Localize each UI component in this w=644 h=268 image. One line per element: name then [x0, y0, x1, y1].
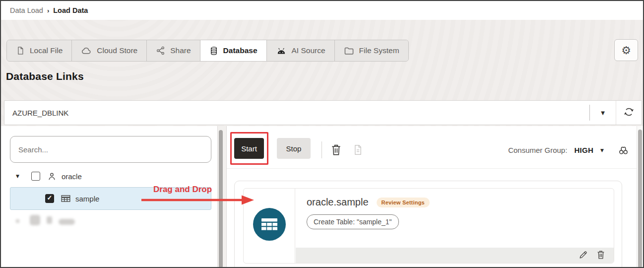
- create-table-chip: Create Table: "sample_1": [307, 214, 399, 229]
- chevron-down-icon[interactable]: ▼: [590, 110, 616, 116]
- trash-icon: [330, 143, 342, 157]
- tab-label: Share: [170, 46, 191, 55]
- tab-label: Database: [223, 46, 258, 55]
- toolbar-separator: [227, 168, 637, 169]
- dblink-selected-value: AZURE_DBLINK: [4, 109, 589, 117]
- tree-expand-caret-icon[interactable]: ▼: [16, 174, 19, 179]
- tab-cloud-store[interactable]: Cloud Store: [71, 40, 146, 61]
- database-icon: [209, 46, 218, 56]
- cloud-icon: [81, 46, 92, 55]
- trash-icon: [596, 250, 605, 261]
- share-icon: [156, 46, 165, 56]
- left-scrollbar-thumb[interactable]: [219, 130, 223, 268]
- tab-label: Cloud Store: [97, 46, 137, 55]
- job-icon-cell: [244, 189, 295, 263]
- tab-local-file[interactable]: Local File: [7, 40, 71, 61]
- table-name: sample: [75, 195, 99, 203]
- breadcrumb-data-load[interactable]: Data Load: [10, 6, 43, 14]
- breadcrumb: Data Load › Load Data: [1, 1, 643, 20]
- review-settings-badge[interactable]: Review Settings: [377, 198, 430, 207]
- breadcrumb-load-data: Load Data: [53, 6, 88, 14]
- schema-name: oracle: [62, 172, 82, 181]
- document-icon: [353, 144, 363, 157]
- folder-icon: [344, 46, 354, 55]
- table-badge-icon: [253, 208, 286, 241]
- log-file-button[interactable]: [352, 144, 364, 157]
- dblink-select[interactable]: AZURE_DBLINK ▼: [4, 100, 642, 125]
- user-icon: [47, 172, 57, 181]
- delete-job-button[interactable]: [596, 251, 606, 261]
- breadcrumb-separator-icon: ›: [47, 7, 49, 14]
- pencil-icon: [579, 250, 588, 261]
- schema-checkbox[interactable]: [31, 172, 40, 181]
- app-window: Data Load › Load Data Local File Cloud S…: [0, 0, 644, 268]
- tab-file-system[interactable]: File System: [334, 40, 408, 61]
- job-title: oracle.sample: [307, 197, 369, 208]
- toolbar-divider: [322, 141, 322, 158]
- chevron-down-icon[interactable]: ▼: [600, 148, 604, 153]
- load-job-item[interactable]: oracle.sample Review Settings Create Tab…: [243, 188, 614, 264]
- consumer-group-control: Consumer Group: HIGH ▼: [508, 145, 629, 155]
- tree-node-schema[interactable]: ▼ oracle: [10, 169, 211, 184]
- android-robot-icon: [276, 47, 287, 55]
- gear-icon: ⚙: [621, 44, 631, 57]
- start-button[interactable]: Start: [234, 138, 264, 159]
- page-title: Database Links: [6, 70, 84, 82]
- job-footer: [296, 248, 614, 263]
- edit-button[interactable]: [578, 251, 588, 261]
- consumer-group-value[interactable]: HIGH: [574, 146, 593, 154]
- tab-label: Local File: [30, 46, 63, 55]
- redacted-caret: [16, 219, 19, 223]
- redacted-icon: [47, 216, 52, 224]
- search-input[interactable]: [10, 136, 211, 163]
- refresh-button[interactable]: [616, 101, 642, 125]
- table-icon: [61, 195, 70, 202]
- tab-share[interactable]: Share: [146, 40, 199, 61]
- tab-label: File System: [359, 46, 399, 55]
- binoculars-icon[interactable]: [618, 145, 629, 155]
- load-job-card: oracle.sample Review Settings Create Tab…: [234, 181, 622, 268]
- tab-ai-source[interactable]: AI Source: [266, 40, 334, 61]
- refresh-icon: [623, 106, 635, 120]
- table-checkbox[interactable]: [45, 194, 54, 203]
- redacted-label: [59, 219, 75, 225]
- tab-label: AI Source: [292, 46, 325, 55]
- source-tab-bar: Local File Cloud Store Share Database AI…: [6, 40, 409, 62]
- consumer-group-label: Consumer Group:: [508, 146, 567, 154]
- drag-and-drop-annotation: Drag and Drop: [153, 185, 212, 195]
- delete-button[interactable]: [329, 143, 342, 157]
- stop-button[interactable]: Stop: [277, 138, 311, 159]
- tab-database[interactable]: Database: [200, 40, 266, 61]
- file-icon: [16, 46, 25, 56]
- settings-button[interactable]: ⚙: [614, 39, 638, 61]
- redacted-checkbox: [30, 215, 40, 225]
- right-scrollbar-thumb[interactable]: [638, 130, 642, 268]
